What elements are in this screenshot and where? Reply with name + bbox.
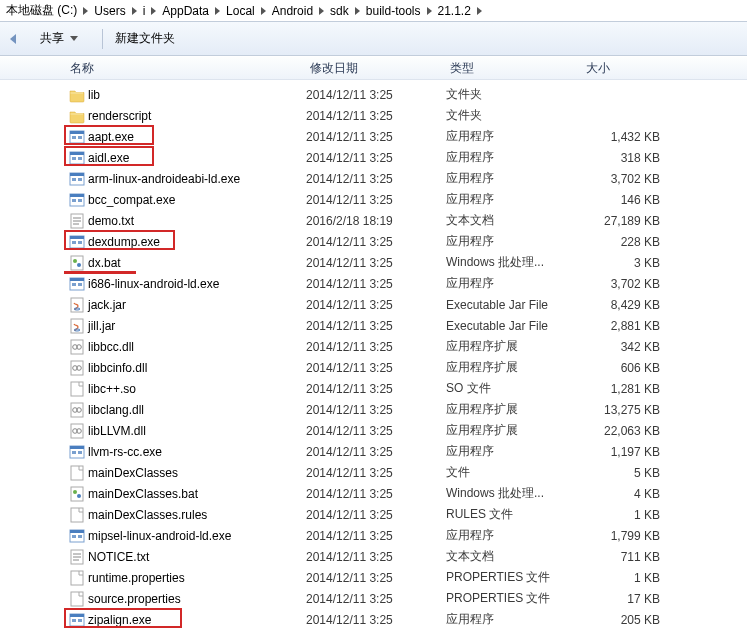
file-row[interactable]: mainDexClasses.rules2014/12/11 3:25RULES… <box>70 504 747 525</box>
col-header-type[interactable]: 类型 <box>450 60 586 77</box>
file-size: 606 KB <box>582 361 670 375</box>
col-header-name[interactable]: 名称 <box>70 60 310 77</box>
file-row[interactable]: mipsel-linux-android-ld.exe2014/12/11 3:… <box>70 525 747 546</box>
column-headers: 名称 修改日期 类型 大小 <box>0 56 747 80</box>
bc-item[interactable]: build-tools <box>366 4 421 18</box>
file-type: 应用程序 <box>446 527 582 544</box>
file-row[interactable]: arm-linux-androideabi-ld.exe2014/12/11 3… <box>70 168 747 189</box>
file-date: 2014/12/11 3:25 <box>306 613 446 627</box>
file-row[interactable]: aapt.exe2014/12/11 3:25应用程序1,432 KB <box>70 126 747 147</box>
bc-item[interactable]: i <box>143 4 146 18</box>
file-name: mainDexClasses.bat <box>88 487 306 501</box>
file-row[interactable]: zipalign.exe2014/12/11 3:25应用程序205 KB <box>70 609 747 630</box>
file-row[interactable]: i686-linux-android-ld.exe2014/12/11 3:25… <box>70 273 747 294</box>
new-folder-button[interactable]: 新建文件夹 <box>115 30 175 47</box>
file-type: 文件 <box>446 464 582 481</box>
toolbar: 共享 新建文件夹 <box>0 22 747 56</box>
file-row[interactable]: source.properties2014/12/11 3:25PROPERTI… <box>70 588 747 609</box>
file-date: 2014/12/11 3:25 <box>306 193 446 207</box>
file-date: 2014/12/11 3:25 <box>306 508 446 522</box>
file-size: 342 KB <box>582 340 670 354</box>
file-size: 27,189 KB <box>582 214 670 228</box>
bc-item[interactable]: 21.1.2 <box>438 4 471 18</box>
file-name: dx.bat <box>88 256 306 270</box>
file-row[interactable]: NOTICE.txt2014/12/11 3:25文本文档711 KB <box>70 546 747 567</box>
svg-rect-65 <box>71 571 83 585</box>
file-row[interactable]: libclang.dll2014/12/11 3:25应用程序扩展13,275 … <box>70 399 747 420</box>
svg-rect-2 <box>72 136 76 139</box>
file-type: 文件夹 <box>446 86 582 103</box>
file-type: 应用程序扩展 <box>446 422 582 439</box>
svg-rect-11 <box>78 178 82 181</box>
dll-icon <box>66 339 88 355</box>
file-type: 应用程序 <box>446 275 582 292</box>
separator <box>102 29 103 49</box>
back-icon[interactable] <box>10 34 16 44</box>
exe-icon <box>66 276 88 292</box>
file-type: 应用程序 <box>446 443 582 460</box>
bc-item[interactable]: Users <box>94 4 125 18</box>
file-row[interactable]: runtime.properties2014/12/11 3:25PROPERT… <box>70 567 747 588</box>
file-row[interactable]: dx.bat2014/12/11 3:25Windows 批处理...3 KB <box>70 252 747 273</box>
file-row[interactable]: mainDexClasses.bat2014/12/11 3:25Windows… <box>70 483 747 504</box>
exe-icon <box>66 129 88 145</box>
txt-icon <box>66 213 88 229</box>
bat-icon <box>66 255 88 271</box>
svg-rect-52 <box>71 466 83 480</box>
svg-rect-60 <box>78 535 82 538</box>
file-row[interactable]: libbcc.dll2014/12/11 3:25应用程序扩展342 KB <box>70 336 747 357</box>
file-row[interactable]: jack.jar2014/12/11 3:25Executable Jar Fi… <box>70 294 747 315</box>
file-type: 应用程序 <box>446 233 582 250</box>
file-name: mainDexClasses <box>88 466 306 480</box>
file-row[interactable]: renderscript2014/12/11 3:25文件夹 <box>70 105 747 126</box>
file-row[interactable]: mainDexClasses2014/12/11 3:25文件5 KB <box>70 462 747 483</box>
bc-item[interactable]: sdk <box>330 4 349 18</box>
svg-rect-69 <box>72 619 76 622</box>
bc-item[interactable]: 本地磁盘 (C:) <box>6 2 77 19</box>
file-size: 4 KB <box>582 487 670 501</box>
svg-rect-58 <box>70 530 84 533</box>
svg-rect-10 <box>72 178 76 181</box>
col-header-size[interactable]: 大小 <box>586 60 686 77</box>
file-name: lib <box>88 88 306 102</box>
file-row[interactable]: libbcinfo.dll2014/12/11 3:25应用程序扩展606 KB <box>70 357 747 378</box>
file-date: 2014/12/11 3:25 <box>306 382 446 396</box>
file-date: 2014/12/11 3:25 <box>306 550 446 564</box>
file-size: 318 KB <box>582 151 670 165</box>
file-size: 146 KB <box>582 193 670 207</box>
jar-icon <box>66 297 88 313</box>
file-row[interactable]: llvm-rs-cc.exe2014/12/11 3:25应用程序1,197 K… <box>70 441 747 462</box>
file-row[interactable]: libc++.so2014/12/11 3:25SO 文件1,281 KB <box>70 378 747 399</box>
file-size: 8,429 KB <box>582 298 670 312</box>
bc-item[interactable]: Android <box>272 4 313 18</box>
folder-icon <box>66 108 88 124</box>
file-date: 2014/12/11 3:25 <box>306 151 446 165</box>
file-row[interactable]: jill.jar2014/12/11 3:25Executable Jar Fi… <box>70 315 747 336</box>
svg-rect-24 <box>71 256 83 270</box>
file-size: 1,799 KB <box>582 529 670 543</box>
exe-icon <box>66 528 88 544</box>
file-row[interactable]: aidl.exe2014/12/11 3:25应用程序318 KB <box>70 147 747 168</box>
share-button[interactable]: 共享 <box>40 30 78 47</box>
file-size: 1 KB <box>582 508 670 522</box>
file-row[interactable]: bcc_compat.exe2014/12/11 3:25应用程序146 KB <box>70 189 747 210</box>
svg-rect-7 <box>78 157 82 160</box>
file-date: 2014/12/11 3:25 <box>306 529 446 543</box>
col-header-date[interactable]: 修改日期 <box>310 60 450 77</box>
bc-item[interactable]: Local <box>226 4 255 18</box>
file-name: renderscript <box>88 109 306 123</box>
breadcrumb[interactable]: 本地磁盘 (C:) Users i AppData Local Android … <box>0 0 747 22</box>
dll-icon <box>66 360 88 376</box>
svg-rect-5 <box>70 152 84 155</box>
file-type: PROPERTIES 文件 <box>446 569 582 586</box>
svg-rect-49 <box>70 446 84 449</box>
file-size: 711 KB <box>582 550 670 564</box>
file-size: 13,275 KB <box>582 403 670 417</box>
bc-item[interactable]: AppData <box>162 4 209 18</box>
file-row[interactable]: demo.txt2016/2/18 18:19文本文档27,189 KB <box>70 210 747 231</box>
file-row[interactable]: libLLVM.dll2014/12/11 3:25应用程序扩展22,063 K… <box>70 420 747 441</box>
svg-rect-21 <box>70 236 84 239</box>
file-row[interactable]: lib2014/12/11 3:25文件夹 <box>70 84 747 105</box>
file-row[interactable]: dexdump.exe2014/12/11 3:25应用程序228 KB <box>70 231 747 252</box>
file-name: libc++.so <box>88 382 306 396</box>
